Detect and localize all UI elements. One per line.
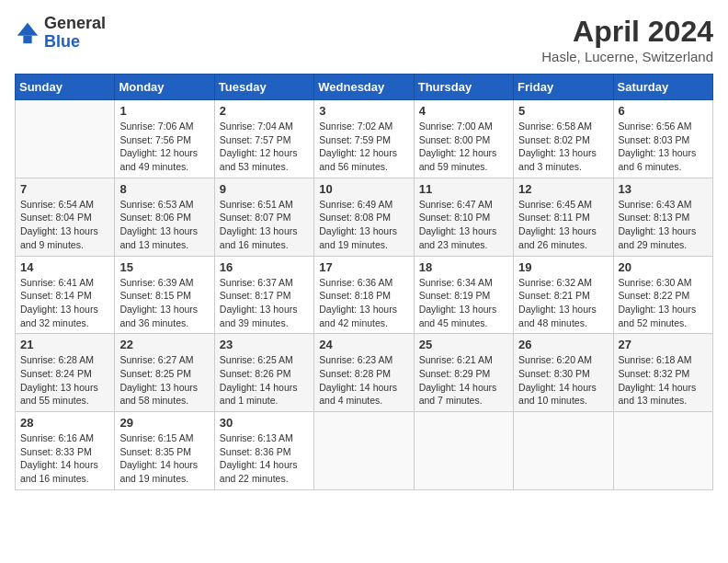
calendar-cell: 22Sunrise: 6:27 AM Sunset: 8:25 PM Dayli…	[115, 334, 214, 412]
calendar-cell: 3Sunrise: 7:02 AM Sunset: 7:59 PM Daylig…	[314, 100, 414, 178]
day-info: Sunrise: 6:27 AM Sunset: 8:25 PM Dayligh…	[119, 353, 209, 408]
day-number: 6	[619, 104, 708, 118]
calendar-cell: 15Sunrise: 6:39 AM Sunset: 8:15 PM Dayli…	[115, 256, 214, 334]
day-info: Sunrise: 6:16 AM Sunset: 8:33 PM Dayligh…	[20, 431, 109, 486]
svg-marker-0	[17, 23, 38, 36]
day-number: 4	[419, 104, 508, 118]
calendar-cell: 19Sunrise: 6:32 AM Sunset: 8:21 PM Dayli…	[514, 256, 613, 334]
day-info: Sunrise: 6:13 AM Sunset: 8:36 PM Dayligh…	[220, 431, 309, 486]
day-number: 12	[518, 182, 608, 196]
day-number: 1	[119, 104, 209, 118]
day-info: Sunrise: 6:43 AM Sunset: 8:13 PM Dayligh…	[619, 198, 708, 252]
weekday-header: Thursday	[414, 75, 513, 100]
day-number: 9	[220, 182, 309, 196]
day-info: Sunrise: 6:20 AM Sunset: 8:30 PM Dayligh…	[518, 353, 608, 408]
calendar-cell	[414, 412, 513, 490]
calendar-cell: 4Sunrise: 7:00 AM Sunset: 8:00 PM Daylig…	[414, 100, 513, 178]
calendar-cell: 20Sunrise: 6:30 AM Sunset: 8:22 PM Dayli…	[613, 256, 712, 334]
day-info: Sunrise: 6:45 AM Sunset: 8:11 PM Dayligh…	[518, 198, 608, 252]
day-number: 21	[20, 338, 109, 351]
day-number: 16	[220, 260, 309, 274]
day-info: Sunrise: 6:39 AM Sunset: 8:15 PM Dayligh…	[119, 276, 209, 330]
weekday-header: Saturday	[613, 75, 712, 100]
calendar-cell: 21Sunrise: 6:28 AM Sunset: 8:24 PM Dayli…	[16, 334, 115, 412]
day-number: 26	[518, 338, 608, 351]
day-number: 5	[518, 104, 608, 118]
day-number: 25	[419, 338, 508, 351]
day-number: 29	[119, 416, 209, 430]
day-info: Sunrise: 6:58 AM Sunset: 8:02 PM Dayligh…	[518, 120, 608, 174]
day-info: Sunrise: 6:18 AM Sunset: 8:32 PM Dayligh…	[619, 353, 708, 408]
calendar-cell: 13Sunrise: 6:43 AM Sunset: 8:13 PM Dayli…	[613, 178, 712, 256]
day-info: Sunrise: 6:51 AM Sunset: 8:07 PM Dayligh…	[220, 198, 309, 252]
day-info: Sunrise: 6:34 AM Sunset: 8:19 PM Dayligh…	[419, 276, 508, 330]
month-year: April 2024	[541, 15, 713, 49]
day-number: 23	[220, 338, 309, 351]
day-number: 28	[20, 416, 109, 430]
calendar-cell: 24Sunrise: 6:23 AM Sunset: 8:28 PM Dayli…	[314, 334, 414, 412]
calendar-table: SundayMondayTuesdayWednesdayThursdayFrid…	[15, 74, 713, 490]
day-info: Sunrise: 6:49 AM Sunset: 8:08 PM Dayligh…	[319, 198, 408, 252]
day-info: Sunrise: 6:21 AM Sunset: 8:29 PM Dayligh…	[419, 353, 508, 408]
day-number: 10	[319, 182, 408, 196]
calendar-cell: 16Sunrise: 6:37 AM Sunset: 8:17 PM Dayli…	[214, 256, 313, 334]
weekday-header-row: SundayMondayTuesdayWednesdayThursdayFrid…	[16, 75, 713, 100]
day-number: 13	[619, 182, 708, 196]
calendar-cell	[314, 412, 414, 490]
calendar-cell: 9Sunrise: 6:51 AM Sunset: 8:07 PM Daylig…	[214, 178, 313, 256]
day-info: Sunrise: 6:37 AM Sunset: 8:17 PM Dayligh…	[220, 276, 309, 330]
calendar-cell: 2Sunrise: 7:04 AM Sunset: 7:57 PM Daylig…	[214, 100, 313, 178]
calendar-cell: 7Sunrise: 6:54 AM Sunset: 8:04 PM Daylig…	[16, 178, 115, 256]
weekday-header: Friday	[514, 75, 613, 100]
day-info: Sunrise: 6:41 AM Sunset: 8:14 PM Dayligh…	[20, 276, 109, 330]
day-number: 7	[20, 182, 109, 196]
page-header: General Blue April 2024 Hasle, Lucerne, …	[15, 15, 713, 64]
day-number: 11	[419, 182, 508, 196]
day-info: Sunrise: 6:47 AM Sunset: 8:10 PM Dayligh…	[419, 198, 508, 252]
calendar-cell: 5Sunrise: 6:58 AM Sunset: 8:02 PM Daylig…	[514, 100, 613, 178]
calendar-cell: 12Sunrise: 6:45 AM Sunset: 8:11 PM Dayli…	[514, 178, 613, 256]
calendar-week-row: 21Sunrise: 6:28 AM Sunset: 8:24 PM Dayli…	[16, 334, 713, 412]
day-number: 30	[220, 416, 309, 430]
calendar-cell: 8Sunrise: 6:53 AM Sunset: 8:06 PM Daylig…	[115, 178, 214, 256]
logo: General Blue	[15, 15, 106, 52]
calendar-cell: 28Sunrise: 6:16 AM Sunset: 8:33 PM Dayli…	[16, 412, 115, 490]
calendar-cell: 18Sunrise: 6:34 AM Sunset: 8:19 PM Dayli…	[414, 256, 513, 334]
day-number: 27	[619, 338, 708, 351]
day-number: 15	[119, 260, 209, 274]
calendar-cell: 26Sunrise: 6:20 AM Sunset: 8:30 PM Dayli…	[514, 334, 613, 412]
calendar-week-row: 14Sunrise: 6:41 AM Sunset: 8:14 PM Dayli…	[16, 256, 713, 334]
calendar-week-row: 28Sunrise: 6:16 AM Sunset: 8:33 PM Dayli…	[16, 412, 713, 490]
calendar-cell: 27Sunrise: 6:18 AM Sunset: 8:32 PM Dayli…	[613, 334, 712, 412]
location: Hasle, Lucerne, Switzerland	[541, 49, 713, 64]
day-number: 17	[319, 260, 408, 274]
day-number: 14	[20, 260, 109, 274]
day-number: 3	[319, 104, 408, 118]
day-info: Sunrise: 6:15 AM Sunset: 8:35 PM Dayligh…	[119, 431, 209, 486]
day-number: 22	[119, 338, 209, 351]
day-info: Sunrise: 6:30 AM Sunset: 8:22 PM Dayligh…	[619, 276, 708, 330]
calendar-cell: 10Sunrise: 6:49 AM Sunset: 8:08 PM Dayli…	[314, 178, 414, 256]
calendar-cell: 14Sunrise: 6:41 AM Sunset: 8:14 PM Dayli…	[16, 256, 115, 334]
calendar-cell: 30Sunrise: 6:13 AM Sunset: 8:36 PM Dayli…	[214, 412, 313, 490]
calendar-week-row: 7Sunrise: 6:54 AM Sunset: 8:04 PM Daylig…	[16, 178, 713, 256]
weekday-header: Tuesday	[214, 75, 313, 100]
day-info: Sunrise: 6:23 AM Sunset: 8:28 PM Dayligh…	[319, 353, 408, 408]
calendar-cell	[613, 412, 712, 490]
day-info: Sunrise: 6:54 AM Sunset: 8:04 PM Dayligh…	[20, 198, 109, 252]
calendar-cell	[514, 412, 613, 490]
weekday-header: Sunday	[16, 75, 115, 100]
day-info: Sunrise: 6:25 AM Sunset: 8:26 PM Dayligh…	[220, 353, 309, 408]
day-info: Sunrise: 7:06 AM Sunset: 7:56 PM Dayligh…	[119, 120, 209, 174]
day-info: Sunrise: 6:28 AM Sunset: 8:24 PM Dayligh…	[20, 353, 109, 408]
calendar-cell	[16, 100, 115, 178]
logo-icon	[15, 20, 40, 46]
title-block: April 2024 Hasle, Lucerne, Switzerland	[541, 15, 713, 64]
day-info: Sunrise: 6:53 AM Sunset: 8:06 PM Dayligh…	[119, 198, 209, 252]
calendar-cell: 25Sunrise: 6:21 AM Sunset: 8:29 PM Dayli…	[414, 334, 513, 412]
calendar-week-row: 1Sunrise: 7:06 AM Sunset: 7:56 PM Daylig…	[16, 100, 713, 178]
day-number: 19	[518, 260, 608, 274]
calendar-cell: 29Sunrise: 6:15 AM Sunset: 8:35 PM Dayli…	[115, 412, 214, 490]
calendar-cell: 11Sunrise: 6:47 AM Sunset: 8:10 PM Dayli…	[414, 178, 513, 256]
calendar-cell: 23Sunrise: 6:25 AM Sunset: 8:26 PM Dayli…	[214, 334, 313, 412]
